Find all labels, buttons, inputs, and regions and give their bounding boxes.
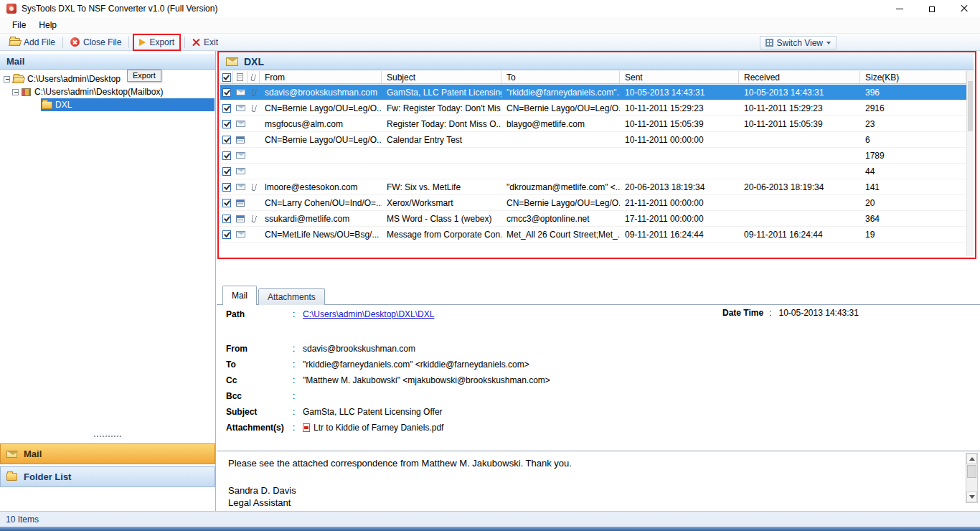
close-button[interactable] [948, 0, 980, 17]
scrollbar-thumb[interactable] [968, 81, 973, 131]
row-checkbox[interactable] [222, 167, 231, 176]
row-checkbox[interactable] [222, 136, 231, 144]
from-value: sdavis@brookskushman.com [303, 344, 415, 354]
scroll-down-button[interactable] [966, 492, 977, 502]
attachment-column[interactable] [248, 71, 260, 83]
checkmark-icon [224, 199, 230, 205]
tree-item-dxl[interactable]: DXL [0, 98, 215, 111]
collapse-icon[interactable] [4, 76, 10, 83]
field-row: Attachment(s) : Ltr to Kiddie of Farney … [226, 420, 966, 436]
folder-tree: C:\Users\admin\Desktop C:\Users\admin\De… [0, 72, 215, 111]
cell-subject [382, 148, 501, 163]
toolbar-separator [184, 37, 185, 48]
menu-file[interactable]: File [6, 19, 32, 32]
mail-row[interactable]: lmoore@estesokon.com FW: Six vs. MetLife… [220, 179, 966, 195]
checkmark-icon [224, 88, 230, 95]
checkmark-icon [223, 73, 230, 80]
pdf-icon [303, 423, 310, 432]
collapse-icon[interactable] [12, 89, 19, 95]
cc-value: "Matthew M. Jakubowski" <mjakubowski@bro… [303, 375, 550, 385]
row-checkbox[interactable] [222, 120, 231, 128]
column-size[interactable]: Size(KB) [860, 71, 966, 83]
row-checkbox[interactable] [222, 199, 231, 207]
row-checkbox[interactable] [222, 151, 231, 160]
paperclip-icon [250, 104, 256, 112]
cell-to: blaygo@metlife.com [501, 116, 620, 131]
mail-row[interactable]: CN=Bernie Laygo/OU=Leg/O... Calendar Ent… [220, 132, 966, 148]
mail-row[interactable]: 44 [220, 164, 966, 179]
arrow-down-icon [969, 495, 975, 499]
cell-to: "dkrouzman@metlife.com" <... [501, 179, 620, 194]
path-link[interactable]: C:\Users\admin\Desktop\DXL\DXL [303, 309, 434, 319]
tree-item-mailbox[interactable]: C:\Users\admin\Desktop(Mailbox) [0, 85, 215, 98]
cell-to: CN=Bernie Laygo/OU=Leg/O... [501, 100, 620, 116]
list-title: DXL [244, 56, 264, 67]
colon: : [293, 344, 303, 354]
preview-tabs: Mail Attachments [222, 286, 326, 305]
tab-attachments[interactable]: Attachments [258, 288, 325, 305]
message-type-icon [236, 231, 245, 238]
mail-row[interactable]: CN=Bernie Laygo/OU=Leg/O... Fw: Register… [220, 100, 966, 116]
cell-sent: 09-11-2011 16:24:44 [620, 227, 739, 242]
attachment-item[interactable]: Ltr to Kiddie of Farney Daniels.pdf [303, 423, 443, 433]
row-checkbox[interactable] [222, 88, 231, 97]
minimize-button[interactable] [883, 0, 915, 17]
row-checkbox[interactable] [222, 230, 231, 239]
path-label: Path [226, 309, 293, 319]
from-label: From [226, 344, 293, 354]
paperclip-icon [250, 88, 256, 96]
mail-row[interactable]: sdavis@brookskushman.com GamSta, LLC Pat… [220, 85, 966, 100]
column-received[interactable]: Received [739, 71, 860, 83]
status-bar: 10 Items [0, 511, 980, 527]
cell-size: 1789 [860, 148, 966, 163]
nav-mail-button[interactable]: Mail [0, 443, 215, 464]
cell-received: 10-05-2013 14:43:31 [739, 85, 860, 100]
column-to[interactable]: To [501, 71, 620, 83]
tree-item-desktop[interactable]: C:\Users\admin\Desktop [0, 72, 215, 85]
scroll-up-button[interactable] [966, 454, 977, 464]
subject-value: GamSta, LLC Patent Licensing Offer [303, 407, 443, 417]
close-file-button[interactable]: Close File [65, 35, 126, 50]
column-from[interactable]: From [260, 71, 382, 83]
row-checkbox[interactable] [222, 183, 231, 192]
export-button[interactable]: Export [134, 35, 179, 50]
exit-button[interactable]: Exit [187, 35, 223, 50]
column-sent[interactable]: Sent [620, 71, 739, 83]
mail-row[interactable]: CN=MetLife News/OU=Bsg/... Message from … [220, 227, 966, 243]
cell-subject [382, 164, 501, 179]
cell-received [739, 195, 860, 210]
cell-sent: 10-11-2011 00:00:00 [620, 132, 739, 147]
mail-row[interactable]: CN=Larry Cohen/OU=Ind/O=... Xerox/Worksm… [220, 195, 966, 211]
restore-button[interactable] [915, 0, 948, 17]
message-scrollbar[interactable] [966, 453, 978, 503]
select-all-checkbox[interactable] [222, 73, 231, 82]
tab-mail[interactable]: Mail [222, 286, 257, 305]
list-scrollbar[interactable] [966, 71, 974, 256]
message-type-column[interactable] [233, 71, 248, 83]
switch-view-button[interactable]: Switch View [760, 36, 837, 50]
mail-row[interactable]: 1789 [220, 148, 966, 164]
cell-size: 2916 [860, 100, 966, 116]
tree-item-label: C:\Users\admin\Desktop [27, 74, 121, 84]
nav-folder-list-button[interactable]: Folder List [0, 466, 215, 487]
cell-sent: 17-11-2011 00:00:00 [620, 211, 739, 226]
tree-item-label: DXL [55, 100, 72, 110]
splitter-handle[interactable] [0, 436, 215, 437]
cell-received [739, 211, 860, 226]
cell-from [260, 148, 382, 163]
column-subject[interactable]: Subject [382, 71, 501, 83]
add-file-icon [9, 38, 20, 46]
cell-from: CN=Bernie Laygo/OU=Leg/O... [260, 100, 382, 116]
cell-received [739, 148, 860, 163]
cell-from: CN=Bernie Laygo/OU=Leg/O... [260, 132, 382, 147]
menu-help[interactable]: Help [32, 19, 63, 32]
checkmark-icon [224, 104, 230, 111]
message-type-icon [236, 121, 245, 127]
add-file-button[interactable]: Add File [4, 35, 60, 50]
datetime-value: 10-05-2013 14:43:31 [778, 308, 858, 318]
mail-row[interactable]: msgfocus@alm.com Register Today: Dont Mi… [220, 116, 966, 132]
mail-row[interactable]: ssukardi@metlife.com MS Word - Class 1 (… [220, 211, 966, 227]
row-checkbox[interactable] [222, 104, 231, 113]
scrollbar-thumb[interactable] [967, 465, 976, 478]
row-checkbox[interactable] [222, 215, 231, 223]
